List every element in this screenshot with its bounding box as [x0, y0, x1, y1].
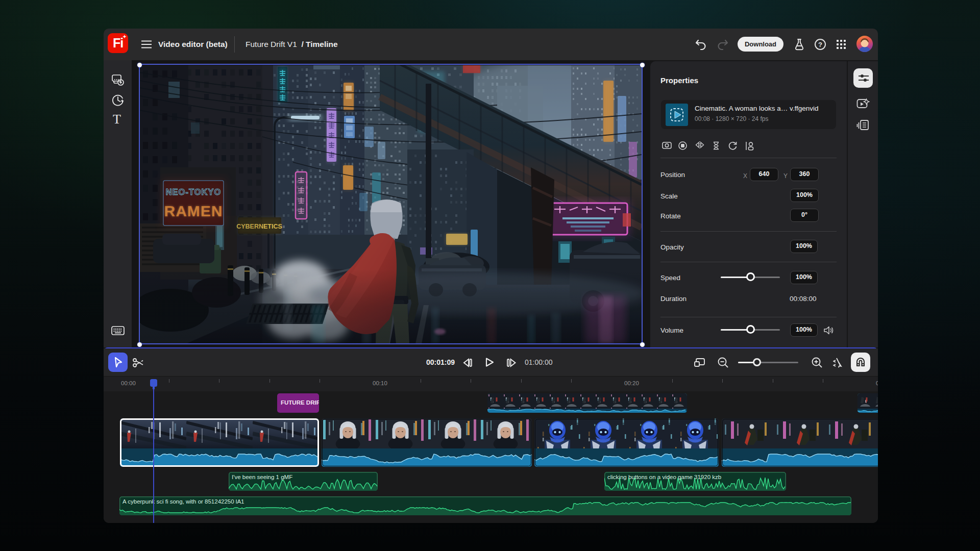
svg-text:?: ? — [818, 41, 822, 48]
